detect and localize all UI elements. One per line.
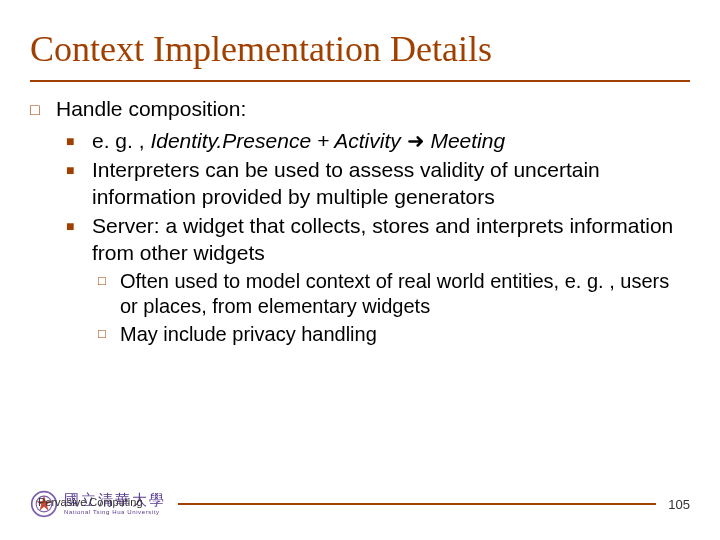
square-bullet-icon: ■ — [66, 157, 92, 211]
square-bullet-icon: ■ — [66, 128, 92, 155]
bullet-level1: □ Handle composition: — [30, 96, 690, 123]
bullet-level2: ■ Interpreters can be used to assess val… — [66, 157, 690, 211]
bullet-text: Interpreters can be used to assess valid… — [92, 157, 690, 211]
university-name-en: National Tsing Hua University — [64, 509, 166, 515]
arrow-icon: ➜ — [401, 129, 431, 152]
slide: Context Implementation Details □ Handle … — [0, 0, 720, 540]
bullet-level2: ■ e. g. , Identity.Presence + Activity ➜… — [66, 128, 690, 155]
footer-label: Pervasive Computing — [38, 496, 143, 508]
italic-phrase-1: Identity.Presence + Activity — [150, 129, 400, 152]
square-open-bullet-icon: □ — [30, 96, 56, 123]
italic-phrase-2: Meeting — [430, 129, 505, 152]
level3-list: □ Often used to model context of real wo… — [98, 269, 690, 348]
slide-title: Context Implementation Details — [0, 0, 720, 76]
bullet-text: Often used to model context of real worl… — [120, 269, 690, 320]
bullet-level3: □ Often used to model context of real wo… — [98, 269, 690, 320]
bullet-level3: □ May include privacy handling — [98, 322, 690, 348]
bullet-text: May include privacy handling — [120, 322, 690, 348]
title-divider — [30, 80, 690, 82]
footer: 國立清華大學 National Tsing Hua University 105… — [30, 490, 690, 518]
bullet-text: Server: a widget that collects, stores a… — [92, 213, 690, 267]
level2-list: ■ e. g. , Identity.Presence + Activity ➜… — [66, 128, 690, 347]
content-area: □ Handle composition: ■ e. g. , Identity… — [0, 96, 720, 348]
bullet-text: e. g. , Identity.Presence + Activity ➜ M… — [92, 128, 690, 155]
bullet-text: Handle composition: — [56, 96, 690, 123]
square-bullet-icon: ■ — [66, 213, 92, 267]
page-number: 105 — [668, 497, 690, 512]
square-open-bullet-icon: □ — [98, 322, 120, 348]
eg-prefix: e. g. , — [92, 129, 150, 152]
footer-divider — [178, 503, 656, 505]
square-open-bullet-icon: □ — [98, 269, 120, 320]
bullet-level2: ■ Server: a widget that collects, stores… — [66, 213, 690, 267]
